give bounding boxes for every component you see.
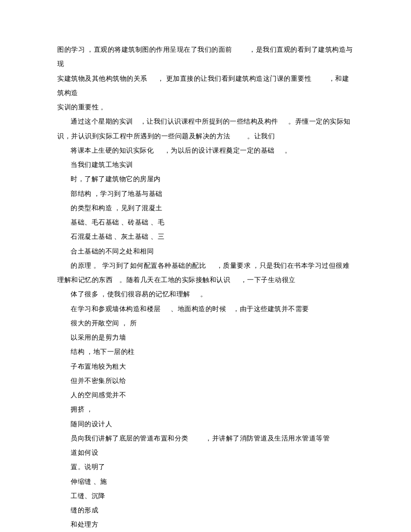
text: 子布置地较为粗大 — [71, 363, 126, 370]
text: 人的空间感觉并不 — [71, 391, 126, 399]
text: ，让我们认识课程中所提到的一些结构及构件 — [140, 118, 278, 125]
paragraph-line: 拥挤 ， — [57, 402, 354, 416]
paragraph-line: 和处理方 — [57, 517, 354, 532]
text: 。随着几天在工地的实际接触和认识 — [119, 276, 230, 283]
paragraph-line: 员向我们讲解了底层的管道布置和分类，并讲解了消防管道及生活用水管道等管 — [57, 431, 354, 445]
paragraph-2: 通过这个星期的实训，让我们认识课程中所提到的一些结构及构件。弄懂一定的实际知 — [57, 114, 354, 129]
text: 时，了解了建筑物它的房屋内 — [71, 175, 161, 183]
paragraph-4: 在学习和参观墙体构造和楼层、地面构造的时候，由于这些建筑并不需要 — [57, 302, 354, 316]
text: 但并不密集所以给 — [71, 377, 126, 384]
text: 通过这个星期的实训 — [71, 118, 133, 125]
paragraph-line: 实建筑物及其他构筑物的关系， 更加直接的让我们看到建筑构造这门课的重要性，和建筑… — [57, 71, 354, 100]
text: 。弄懂一定的实际知 — [288, 118, 351, 125]
paragraph-line: 体了很多 ，使我们很容易的记忆和理解。 — [57, 287, 354, 301]
paragraph-line: 人的空间感觉并不 — [57, 388, 354, 402]
paragraph-line: 很大的开敞空间 ， 所 — [57, 316, 354, 330]
text: 体了很多 ，使我们很容易的记忆和理解 — [71, 291, 190, 298]
text: 的原理 。 学习到了如何配置各种基础的配比 — [71, 262, 206, 269]
paragraph-1: 图的学习 ，直观的将建筑制图的作用呈现在了我们的面前，是我们直观的看到了建筑构造… — [57, 42, 354, 71]
paragraph-line: 时，了解了建筑物它的房屋内 — [57, 172, 354, 186]
paragraph-line: 缝的形成 — [57, 503, 354, 517]
paragraph-line: 置。说明了 — [57, 460, 354, 474]
text: 基础、毛石基础 、砖基础 、毛 — [71, 219, 164, 226]
text: ，一下子生动很立 — [240, 276, 296, 283]
paragraph-line: 实训的重要性 。 — [57, 100, 354, 114]
text: 将课本上生硬的知识实际化 — [71, 147, 154, 154]
text: 识，并认识到实际工程中所遇到的一些问题及解决的方法 — [57, 133, 231, 140]
paragraph-line: 部结构 ，学习到了地基与基础 — [57, 187, 354, 201]
text: 的类型和构造 ，见到了混凝土 — [71, 204, 163, 212]
text: 。 — [200, 291, 207, 298]
text: 员向我们讲解了底层的管道布置和分类 — [71, 435, 189, 442]
paragraph-line: 基础、毛石基础 、砖基础 、毛 — [57, 215, 354, 229]
text: 合土基础的不同之处和相同 — [71, 248, 154, 255]
paragraph-line: 结构 ，地下一层的柱 — [57, 345, 354, 359]
text: 伸缩缝 、施 — [71, 478, 107, 485]
text: 以采用的是剪力墙 — [71, 334, 126, 341]
text: 置。说明了 — [71, 463, 105, 470]
paragraph-line: 但并不密集所以给 — [57, 374, 354, 388]
text: 拥挤 ， — [71, 406, 93, 413]
paragraph-line: 的原理 。 学习到了如何配置各种基础的配比，质量要求 ，只是我们在书本学习过但很… — [57, 258, 354, 273]
text: 、地面构造的时候 — [171, 305, 226, 312]
text: 当我们建筑工地实训 — [71, 161, 133, 168]
text: 结构 ，地下一层的柱 — [71, 348, 135, 355]
text: ， 更加直接的让我们看到建筑构造这门课的重要性 — [157, 75, 311, 82]
text: ，并讲解了消防管道及生活用水管道等管 — [205, 435, 330, 442]
text: 和处理方 — [71, 521, 98, 528]
text: 实建筑物及其他构筑物的关系 — [57, 75, 147, 82]
paragraph-3: 当我们建筑工地实训 — [57, 158, 354, 172]
text: 理解和记忆的东西 — [57, 276, 113, 283]
text: 实训的重要性 。 — [57, 104, 108, 111]
paragraph-line: 将课本上生硬的知识实际化，为以后的设计课程奠定一定的基础。 — [57, 143, 354, 158]
paragraph-line: 子布置地较为粗大 — [57, 359, 354, 374]
paragraph-line: 工缝、沉降 — [57, 489, 354, 503]
paragraph-line: 道如何设 — [57, 445, 354, 460]
text: 。让我们 — [247, 133, 275, 140]
paragraph-line: 识，并认识到实际工程中所遇到的一些问题及解决的方法。让我们 — [57, 129, 354, 143]
text: 工缝、沉降 — [71, 492, 105, 499]
text: 很大的开敞空间 ， 所 — [71, 320, 137, 327]
paragraph-line: 理解和记忆的东西。随着几天在工地的实际接触和认识，一下子生动很立 — [57, 273, 354, 287]
text: ，质量要求 ，只是我们在书本学习过但很难 — [216, 262, 350, 269]
text: 随同的设计人 — [71, 420, 112, 428]
paragraph-line: 伸缩缝 、施 — [57, 474, 354, 489]
paragraph-line: 合土基础的不同之处和相同 — [57, 244, 354, 258]
paragraph-line: 随同的设计人 — [57, 417, 354, 431]
text: 图的学习 ，直观的将建筑制图的作用呈现在了我们的面前 — [57, 46, 232, 53]
text: 缝的形成 — [71, 507, 98, 514]
text: 道如何设 — [71, 449, 98, 456]
text: 。 — [285, 147, 292, 154]
text: 部结构 ，学习到了地基与基础 — [71, 190, 163, 197]
text: ，由于这些建筑并不需要 — [233, 305, 309, 312]
text: ，为以后的设计课程奠定一定的基础 — [164, 147, 275, 154]
paragraph-line: 的类型和构造 ，见到了混凝土 — [57, 201, 354, 215]
text: 石混凝土基础 、灰土基础 、三 — [71, 233, 164, 240]
paragraph-line: 石混凝土基础 、灰土基础 、三 — [57, 229, 354, 244]
paragraph-line: 以采用的是剪力墙 — [57, 330, 354, 345]
text: 在学习和参观墙体构造和楼层 — [71, 305, 161, 312]
